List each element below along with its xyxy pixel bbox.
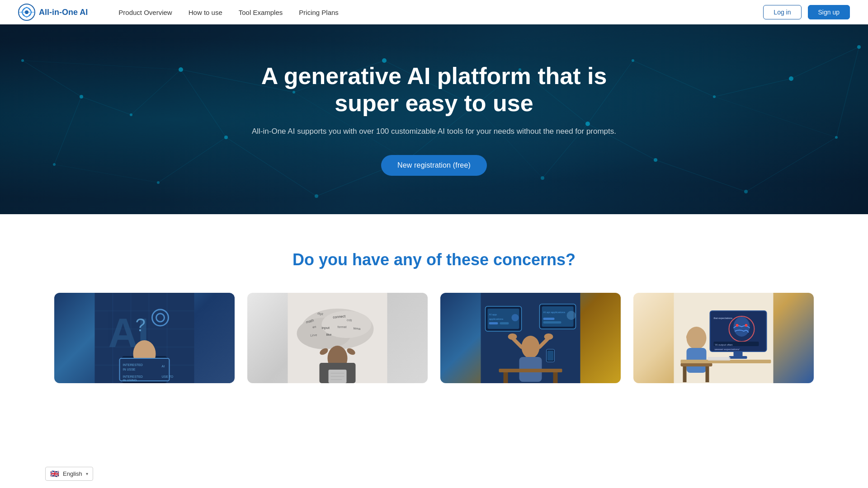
concerns-title: Do you have any of these concerns? (54, 250, 814, 269)
svg-line-50 (54, 164, 158, 183)
nav-product-overview[interactable]: Product Overview (118, 9, 172, 16)
concern-illustration-4: that expectations 'AI output often weeee… (633, 293, 814, 383)
svg-text:applications: applications (489, 318, 504, 320)
svg-point-112 (522, 336, 540, 358)
svg-rect-135 (729, 356, 747, 359)
svg-text:AI api applications: AI api applications (543, 311, 566, 314)
svg-line-26 (23, 61, 81, 97)
svg-line-48 (836, 47, 859, 137)
logo-icon (18, 4, 35, 21)
svg-point-128 (736, 324, 739, 327)
svg-line-49 (23, 61, 181, 70)
concern-illustration-1: AI ? INTERESTED IN USSE AI INTERESTED IN… (54, 293, 235, 383)
nav-pricing-plans[interactable]: Pricing Plans (299, 9, 339, 16)
concerns-section: Do you have any of these concerns? AI (0, 214, 868, 410)
nav-tool-examples[interactable]: Tool Examples (239, 9, 283, 16)
svg-line-44 (656, 160, 746, 192)
svg-rect-121 (504, 372, 508, 383)
svg-rect-122 (553, 372, 558, 383)
svg-text:IN USSE: IN USSE (123, 368, 136, 371)
svg-text:INTERESTED: INTERESTED (123, 363, 143, 366)
concern-card-4: that expectations 'AI output often weeee… (633, 293, 814, 383)
hero-title: A generative AI platform that is super e… (240, 63, 628, 117)
svg-line-29 (131, 70, 181, 115)
navbar-right: Log in Sign up (763, 5, 850, 19)
navbar: All-in-One AI Product Overview How to us… (0, 0, 868, 24)
svg-point-129 (745, 324, 748, 327)
svg-rect-111 (543, 321, 561, 324)
svg-point-105 (512, 314, 519, 321)
svg-line-30 (181, 70, 226, 137)
signup-button[interactable]: Sign up (808, 5, 850, 19)
svg-text:USE TO: USE TO (162, 375, 174, 378)
svg-text:AI app: AI app (489, 313, 497, 316)
concerns-grid: AI ? INTERESTED IN USSE AI INTERESTED IN… (54, 293, 814, 383)
svg-text:that expectations: that expectations (714, 317, 733, 319)
svg-rect-143 (708, 357, 731, 361)
svg-line-28 (54, 97, 81, 164)
svg-line-47 (791, 47, 859, 79)
navbar-left: All-in-One AI Product Overview How to us… (18, 4, 339, 21)
svg-line-46 (746, 137, 836, 192)
login-button[interactable]: Log in (763, 5, 801, 19)
svg-rect-110 (543, 318, 555, 320)
svg-rect-140 (683, 366, 687, 382)
concern-card-1: AI ? INTERESTED IN USSE AI INTERESTED IN… (54, 293, 235, 383)
concern-card-3: AI app applications AI api applications (440, 293, 621, 383)
svg-text:format: format (338, 325, 347, 328)
svg-rect-139 (681, 363, 712, 366)
concern-illustration-3: AI app applications AI api applications (440, 293, 621, 383)
hero-content: A generative AI platform that is super e… (231, 63, 637, 176)
svg-text:en: en (312, 325, 316, 328)
svg-line-27 (81, 97, 131, 115)
svg-text:AI: AI (162, 365, 165, 368)
concern-illustration-2: math digit connect crift en input format… (247, 293, 428, 383)
svg-rect-141 (706, 366, 709, 382)
nav-how-to-use[interactable]: How to use (189, 9, 222, 16)
svg-text:INTERESTED: INTERESTED (123, 375, 143, 378)
svg-line-32 (158, 137, 226, 183)
svg-rect-120 (499, 369, 562, 372)
hero-section: A generative AI platform that is super e… (0, 24, 868, 214)
svg-point-116 (544, 333, 553, 340)
hero-cta-button[interactable]: New registration (free) (381, 155, 487, 176)
svg-rect-103 (489, 322, 498, 324)
svg-point-109 (567, 311, 576, 320)
svg-text:input: input (322, 326, 330, 330)
svg-rect-134 (734, 352, 743, 356)
svg-text:tema: tema (353, 327, 360, 330)
svg-point-115 (508, 333, 517, 340)
concern-card-2: math digit connect crift en input format… (247, 293, 428, 383)
svg-line-43 (633, 61, 714, 97)
logo-text: All-in-One AI (39, 8, 88, 17)
svg-rect-119 (547, 351, 554, 361)
svg-text:like: like (326, 333, 332, 337)
svg-text:?: ? (136, 315, 146, 335)
svg-text:'AI output often: 'AI output often (715, 343, 733, 346)
svg-text:Lirve: Lirve (310, 333, 317, 337)
svg-line-45 (714, 79, 791, 97)
svg-rect-104 (500, 322, 509, 324)
svg-text:IN USING: IN USING (123, 379, 137, 382)
svg-text:weeeet expectations': weeeet expectations' (714, 348, 740, 351)
svg-line-53 (714, 97, 836, 137)
hero-subtitle: All-in-One AI supports you with over 100… (240, 127, 628, 136)
navbar-nav: Product Overview How to use Tool Example… (118, 9, 339, 16)
